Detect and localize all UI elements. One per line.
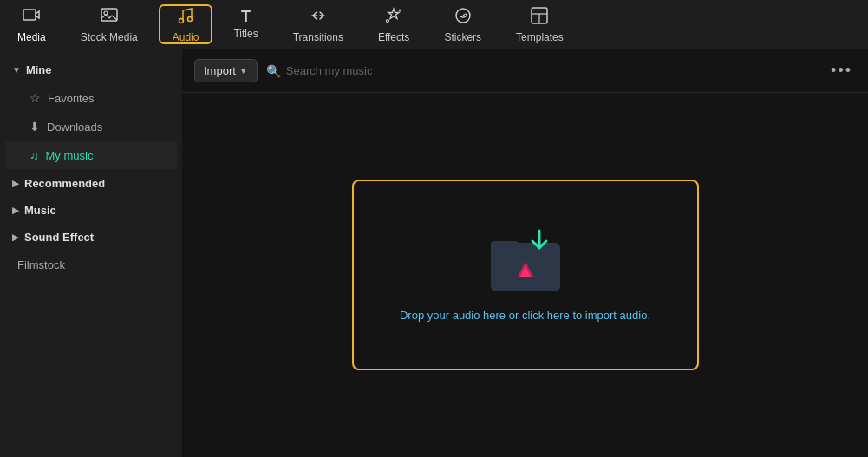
- sidebar-item-downloads[interactable]: ⬇ Downloads: [5, 113, 177, 140]
- titles-icon: T: [241, 9, 251, 24]
- folder-tab: [491, 241, 519, 251]
- sound-effect-section-header[interactable]: ▶ Sound Effect: [0, 224, 182, 251]
- my-music-icon: ♫: [29, 148, 39, 162]
- import-label: Import: [204, 64, 236, 77]
- nav-item-titles[interactable]: T Titles: [216, 0, 275, 49]
- nav-item-stock-media[interactable]: Stock Media: [63, 0, 155, 49]
- search-box: 🔍: [266, 64, 819, 78]
- drop-zone-wrapper: Drop your audio here or click here to im…: [182, 93, 868, 457]
- sound-effect-arrow-icon: ▶: [12, 232, 19, 242]
- music-label: Music: [24, 204, 56, 217]
- nav-item-effects[interactable]: Effects: [361, 0, 427, 49]
- drop-zone-text: Drop your audio here or click here to im…: [400, 309, 650, 322]
- music-section-header[interactable]: ▶ Music: [0, 197, 182, 224]
- main-content: ▼ Mine ☆ Favorites ⬇ Downloads ♫ My musi…: [0, 49, 868, 457]
- filmstock-logo-icon: [514, 259, 537, 284]
- right-area: Import ▼ 🔍 •••: [182, 49, 868, 457]
- music-arrow-icon: ▶: [12, 206, 19, 215]
- folder-illustration: [491, 229, 560, 291]
- folder-arrow-icon: [527, 229, 551, 258]
- svg-rect-0: [23, 10, 36, 20]
- top-navigation: Media Stock Media Audio T Titles: [0, 0, 868, 49]
- effects-icon: [384, 6, 403, 28]
- nav-item-media[interactable]: Media: [0, 0, 63, 49]
- transitions-label: Transitions: [293, 31, 343, 43]
- nav-item-audio[interactable]: Audio: [159, 4, 213, 44]
- svg-point-5: [387, 19, 389, 22]
- media-icon: [22, 6, 41, 28]
- audio-icon: [176, 6, 195, 28]
- svg-rect-1: [101, 9, 117, 21]
- stock-media-label: Stock Media: [81, 31, 138, 43]
- mine-section-header[interactable]: ▼ Mine: [0, 56, 182, 83]
- nav-item-transitions[interactable]: Transitions: [276, 0, 361, 49]
- toolbar: Import ▼ 🔍 •••: [182, 49, 868, 93]
- stickers-label: Stickers: [444, 31, 481, 43]
- drop-zone[interactable]: Drop your audio here or click here to im…: [352, 180, 699, 370]
- svg-point-3: [179, 18, 184, 23]
- nav-item-stickers[interactable]: Stickers: [427, 0, 499, 49]
- search-icon: 🔍: [266, 64, 281, 78]
- stickers-icon: [454, 6, 473, 28]
- titles-label: Titles: [233, 28, 258, 40]
- recommended-section-header[interactable]: ▶ Recommended: [0, 170, 182, 197]
- more-options-button[interactable]: •••: [827, 58, 856, 83]
- filmstock-label: Filmstock: [17, 258, 65, 271]
- import-chevron-icon: ▼: [239, 66, 248, 75]
- search-input[interactable]: [286, 64, 819, 77]
- drop-text-before: Drop your audio here or: [400, 309, 522, 322]
- sidebar-item-filmstock[interactable]: Filmstock: [5, 251, 177, 278]
- mine-arrow-icon: ▼: [12, 65, 21, 75]
- my-music-label: My music: [46, 149, 94, 162]
- svg-point-6: [399, 10, 401, 11]
- import-button[interactable]: Import ▼: [194, 59, 258, 82]
- sidebar: ▼ Mine ☆ Favorites ⬇ Downloads ♫ My musi…: [0, 49, 182, 457]
- drop-zone-link[interactable]: click here to import audio: [522, 309, 648, 322]
- sidebar-item-my-music[interactable]: ♫ My music: [5, 141, 177, 169]
- effects-label: Effects: [378, 31, 409, 43]
- mine-label: Mine: [26, 63, 52, 76]
- stock-media-icon: [100, 6, 119, 28]
- audio-label: Audio: [173, 31, 199, 43]
- recommended-label: Recommended: [24, 177, 105, 190]
- downloads-label: Downloads: [47, 121, 102, 134]
- more-options-label: •••: [831, 62, 852, 79]
- downloads-icon: ⬇: [29, 120, 40, 134]
- recommended-arrow-icon: ▶: [12, 179, 19, 188]
- nav-item-templates[interactable]: Templates: [499, 0, 581, 49]
- templates-label: Templates: [516, 31, 564, 43]
- sidebar-item-favorites[interactable]: ☆ Favorites: [5, 84, 177, 112]
- drop-text-after: .: [647, 309, 650, 322]
- favorites-label: Favorites: [48, 92, 94, 105]
- media-label: Media: [17, 31, 46, 43]
- templates-icon: [530, 6, 549, 28]
- favorites-icon: ☆: [29, 91, 41, 105]
- transitions-icon: [309, 6, 328, 28]
- sound-effect-label: Sound Effect: [24, 231, 94, 244]
- svg-point-4: [188, 16, 193, 21]
